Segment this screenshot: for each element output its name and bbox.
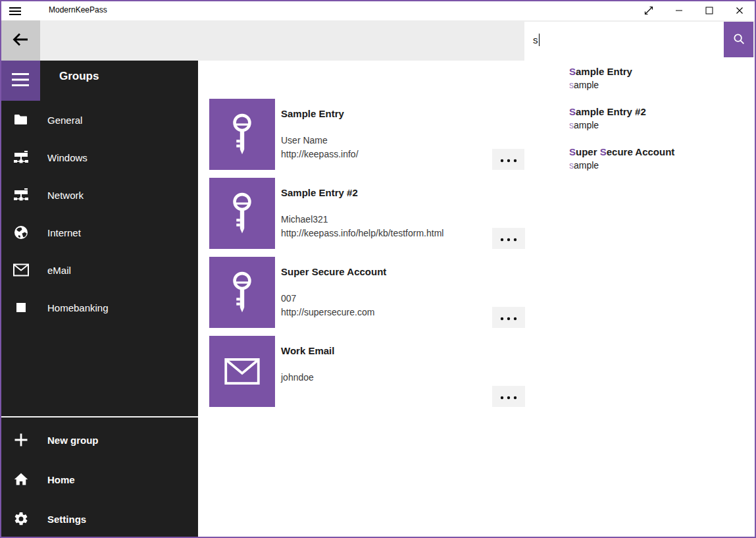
suggestion-subtitle: sample: [569, 119, 755, 132]
entry-more-button[interactable]: [492, 307, 525, 328]
sidebar-action-new-group[interactable]: New group: [0, 421, 198, 458]
sidebar-item-email[interactable]: eMail: [0, 252, 198, 288]
sidebar: Groups General Windows Network Internet …: [0, 61, 198, 538]
text-caret: [539, 34, 540, 46]
search-icon: [732, 32, 746, 48]
minimize-button[interactable]: [664, 1, 694, 20]
maximize-button[interactable]: [694, 1, 724, 20]
entry-url: http://supersecure.com: [281, 307, 374, 317]
folder-icon: [13, 112, 29, 128]
sidebar-item-internet[interactable]: Internet: [0, 214, 198, 251]
entry-row[interactable]: Work Email johndoe: [209, 336, 525, 407]
entry-title: Super Secure Account: [281, 266, 386, 277]
back-button[interactable]: [0, 20, 40, 61]
fullscreen-button[interactable]: [634, 1, 664, 20]
sidebar-divider: [0, 416, 198, 417]
entry-url: http://keepass.info/help/kb/testform.htm…: [281, 228, 443, 238]
search-suggestion[interactable]: Sample Entry sample: [569, 65, 755, 92]
maximize-icon: [704, 5, 715, 16]
sidebar-action-home[interactable]: Home: [0, 461, 198, 498]
suggestion-title: Sample Entry #2: [569, 105, 755, 119]
gear-icon: [13, 511, 29, 527]
sidebar-action-settings[interactable]: Settings: [0, 500, 198, 537]
entry-more-button[interactable]: [492, 149, 525, 170]
hamburger-icon: [12, 73, 29, 88]
search-input-value: s: [533, 34, 538, 45]
sidebar-item-windows[interactable]: Windows: [0, 139, 198, 176]
network-icon: [13, 187, 29, 203]
entry-title: Sample Entry: [281, 108, 344, 119]
sidebar-item-network[interactable]: Network: [0, 176, 198, 213]
entry-title: Sample Entry #2: [281, 187, 358, 198]
hamburger-icon[interactable]: [9, 6, 21, 14]
close-icon: [734, 5, 745, 16]
entry-row[interactable]: Sample Entry User Name http://keepass.in…: [209, 99, 525, 170]
entry-tile: [209, 336, 275, 407]
window-title: ModernKeePass: [49, 0, 107, 20]
suggestion-title: Super Secure Account: [569, 146, 755, 159]
key-icon: [228, 271, 257, 314]
key-icon: [228, 113, 257, 156]
ellipsis-icon: [500, 155, 517, 165]
close-button[interactable]: [724, 1, 755, 20]
groups-header: Groups: [59, 70, 99, 83]
entry-url: http://keepass.info/: [281, 149, 359, 159]
entry-tile: [209, 99, 275, 170]
search-input[interactable]: s: [524, 22, 724, 57]
suggestion-title: Sample Entry: [569, 65, 755, 78]
mail-icon: [13, 262, 29, 278]
entry-row[interactable]: Sample Entry #2 Michael321 http://keepas…: [209, 178, 525, 249]
suggestion-subtitle: sample: [569, 78, 755, 92]
plus-icon: [13, 432, 29, 448]
search-suggestion[interactable]: Super Secure Account sample: [569, 146, 755, 172]
suggestion-subtitle: sample: [569, 159, 755, 172]
search-suggestions: Sample Entry sample Sample Entry #2 samp…: [524, 57, 755, 182]
ellipsis-icon: [500, 313, 517, 323]
entry-username: 007: [281, 293, 296, 304]
search-suggestion[interactable]: Sample Entry #2 sample: [569, 105, 755, 132]
ellipsis-icon: [500, 392, 517, 402]
square-icon: [13, 300, 29, 315]
minimize-icon: [674, 5, 684, 16]
ellipsis-icon: [500, 234, 517, 244]
sidebar-toggle-button[interactable]: [0, 61, 40, 101]
sidebar-item-homebanking[interactable]: Homebanking: [0, 289, 198, 326]
entry-row[interactable]: Super Secure Account 007 http://supersec…: [209, 257, 525, 328]
key-icon: [228, 192, 257, 235]
entry-tile: [209, 257, 275, 328]
fullscreen-icon: [643, 5, 654, 16]
app-window: ModernKeePass sample s: [0, 0, 756, 538]
network-icon: [13, 149, 29, 165]
entry-username: User Name: [281, 135, 328, 146]
entry-more-button[interactable]: [492, 228, 525, 249]
entry-more-button[interactable]: [492, 386, 525, 407]
globe-icon: [13, 225, 29, 240]
search-button[interactable]: [724, 22, 753, 57]
sidebar-item-general[interactable]: General: [0, 101, 198, 138]
entry-username: Michael321: [281, 214, 328, 225]
entry-title: Work Email: [281, 345, 334, 356]
titlebar: ModernKeePass: [0, 0, 756, 20]
caption-buttons: [634, 1, 755, 20]
entry-tile: [209, 178, 275, 249]
home-icon: [13, 471, 29, 487]
back-arrow-icon: [11, 30, 30, 51]
entry-username: johndoe: [281, 372, 314, 383]
mail-icon: [224, 358, 260, 385]
